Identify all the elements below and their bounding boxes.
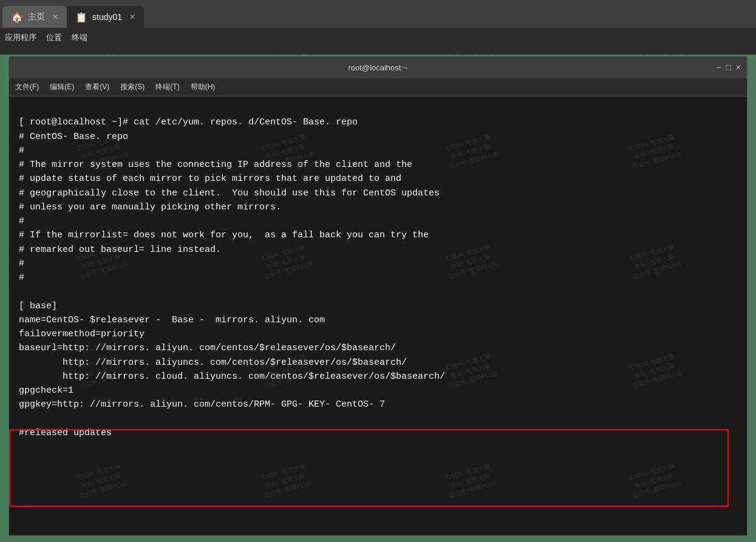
terminal-line-0 [19,101,737,115]
tab-study01-label: study01 [92,12,122,22]
menu-search[interactable]: 搜索(S) [120,82,145,92]
terminal-line-13 [19,285,737,299]
menu-terminal-menu[interactable]: 终端(T) [155,82,179,92]
terminal-line-9: # If the mirrorlist= does not work for y… [19,228,737,242]
terminal-body[interactable]: CSDN: 七班大脑B 站: 七班大脑公众号: 肥猫PLUS CSDN: 七班大… [9,97,747,535]
terminal-line-15: name=CentOS- $releasever - Base - mirror… [19,313,737,327]
terminal-line-17: baseurl=http: //mirrors. aliyun. com/cen… [19,341,737,355]
maximize-button[interactable]: □ [726,63,730,72]
terminal-title: root@localhost:~ [348,63,407,72]
terminal-line-1: [ root@localhost ~]# cat /etc/yum. repos… [19,115,737,129]
terminal-line-21: gpgkey=http: //mirrors. aliyun. com/cent… [19,398,737,412]
menu-location[interactable]: 位置 [46,32,62,43]
terminal-line-16: failovermethod=priority [19,327,737,341]
terminal-icon: 📋 [75,12,87,23]
terminal-titlebar: root@localhost:~ − □ × [9,56,747,78]
minimize-button[interactable]: − [716,63,721,72]
menu-apps[interactable]: 应用程序 [5,32,36,43]
terminal-line-12: # [19,271,737,285]
terminal-line-19: http: //mirrors. cloud. aliyuncs. com/ce… [19,370,737,384]
tabs-row: 🏠 主页 ✕ 📋 study01 ✕ [0,0,756,28]
home-icon: 🏠 [11,12,23,23]
terminal-line-11: # [19,257,737,271]
terminal-line-2: # CentOS- Base. repo [19,130,737,144]
menu-terminal[interactable]: 终端 [72,32,87,43]
menu-view[interactable]: 查看(V) [85,82,109,92]
highlight-box [9,429,729,507]
taskbar-menu-row: 应用程序 位置 终端 [0,28,756,47]
menu-edit[interactable]: 编辑(E) [50,82,74,92]
tab-study01-close[interactable]: ✕ [129,13,135,21]
close-button[interactable]: × [736,63,741,72]
terminal-line-10: # remarked out baseurl= line instead. [19,243,737,257]
terminal-line-14: [ base] [19,299,737,313]
terminal-window: root@localhost:~ − □ × 文件(F) 编辑(E) 查看(V)… [9,56,747,536]
terminal-line-6: # geographically close to the client. Yo… [19,186,737,200]
terminal-line-8: # [19,214,737,228]
terminal-line-18: http: //mirrors. aliyuncs. com/centos/$r… [19,356,737,370]
terminal-line-22 [19,412,737,426]
tab-study01[interactable]: 📋 study01 ✕ [67,6,144,28]
terminal-line-20: gpgcheck=1 [19,384,737,398]
taskbar: 🏠 主页 ✕ 📋 study01 ✕ 应用程序 位置 终端 [0,0,756,55]
terminal-line-23: #released updates [19,426,737,440]
tab-home-label: 主页 [28,12,45,22]
menu-help[interactable]: 帮助(H) [191,82,216,92]
window-controls: − □ × [716,63,741,72]
tab-home[interactable]: 🏠 主页 ✕ [2,6,67,28]
menu-file[interactable]: 文件(F) [15,82,39,92]
tab-home-close[interactable]: ✕ [52,13,58,21]
terminal-line-5: # update status of each mirror to pick m… [19,172,737,186]
terminal-line-3: # [19,144,737,158]
terminal-menubar: 文件(F) 编辑(E) 查看(V) 搜索(S) 终端(T) 帮助(H) [9,78,747,97]
terminal-line-4: # The mirror system uses the connecting … [19,158,737,172]
terminal-line-7: # unless you are manually picking other … [19,200,737,214]
